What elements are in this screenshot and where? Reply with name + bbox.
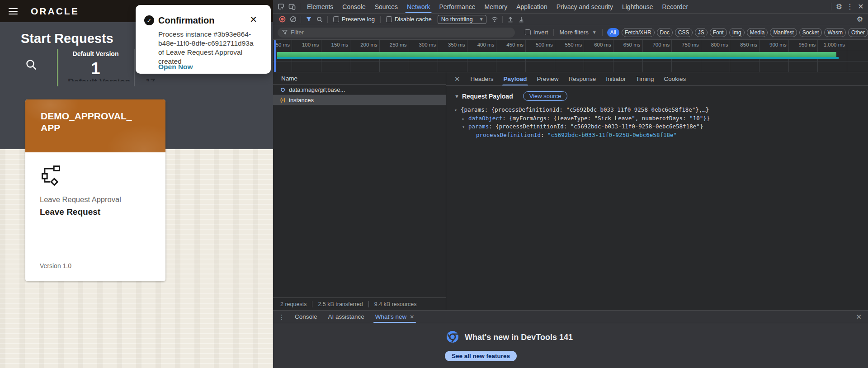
details-tab-preview[interactable]: Preview: [532, 72, 563, 85]
search-network-icon[interactable]: [314, 14, 325, 24]
request-name-cell: data:image/gif;base...: [289, 86, 345, 93]
chip-css[interactable]: CSS: [675, 28, 693, 37]
waterfall-green-bar: [277, 52, 836, 57]
tab-application[interactable]: Application: [512, 0, 552, 13]
chip-media[interactable]: Media: [747, 28, 768, 37]
throttling-value: No throttling: [441, 16, 473, 23]
devtools-close-icon[interactable]: ✕: [855, 2, 866, 12]
details-tab-payload[interactable]: Payload: [499, 72, 532, 85]
tree-caret-icon[interactable]: ▾: [462, 123, 468, 131]
invert-checkbox[interactable]: Invert: [525, 29, 548, 36]
more-filters-dropdown[interactable]: More filters ▼: [559, 29, 596, 36]
chip-all[interactable]: All: [607, 28, 619, 37]
network-overview-timeline[interactable]: 50 ms100 ms150 ms200 ms250 ms300 ms350 m…: [273, 40, 868, 72]
devtools-tab-bar: ElementsConsoleSourcesNetworkPerformance…: [273, 0, 868, 14]
chip-fetch-xhr[interactable]: Fetch/XHR: [622, 28, 655, 37]
disable-cache-label: Disable cache: [395, 16, 432, 23]
app-card-header: DEMO_APPROVAL_APP: [25, 99, 165, 152]
payload-line[interactable]: ▸dataObject: {myFormArgs: {leaveType: "S…: [454, 114, 868, 123]
drawer-tab-close-icon[interactable]: ✕: [410, 314, 414, 320]
payload-pane: ▼ Request Payload View source ▾{params: …: [446, 86, 868, 139]
details-tab-response[interactable]: Response: [563, 72, 601, 85]
search-icon[interactable]: [25, 59, 37, 71]
chip-img[interactable]: Img: [729, 28, 745, 37]
details-tab-initiator[interactable]: Initiator: [601, 72, 631, 85]
drawer-kebab-menu-icon[interactable]: ⋮: [273, 313, 289, 321]
chip-js[interactable]: JS: [695, 28, 708, 37]
inspect-element-icon[interactable]: [276, 2, 287, 12]
close-details-icon[interactable]: ✕: [446, 75, 466, 83]
divider: [602, 29, 603, 36]
device-toolbar-icon[interactable]: [287, 2, 297, 12]
kebab-menu-icon[interactable]: ⋮: [844, 2, 855, 12]
chip-other[interactable]: Other: [848, 28, 868, 37]
selection-handle[interactable]: [274, 40, 276, 72]
clear-network-log-icon[interactable]: [288, 14, 298, 24]
network-filter-bar: Filter Invert More filters ▼ AllFetch/XH…: [273, 25, 868, 40]
network-conditions-icon[interactable]: [489, 14, 500, 24]
chevron-down-icon: ▼: [479, 17, 484, 22]
status-item: 9.4 kB resources: [374, 301, 422, 307]
chip-socket[interactable]: Socket: [799, 28, 822, 37]
request-name[interactable]: Leave Request: [40, 207, 100, 217]
tab-elements[interactable]: Elements: [302, 0, 338, 13]
details-tab-timing[interactable]: Timing: [631, 72, 659, 85]
see-all-new-features-button[interactable]: See all new features: [445, 351, 517, 361]
network-settings-gear-icon[interactable]: ⚙: [854, 14, 865, 24]
tree-caret-icon[interactable]: ▸: [462, 115, 468, 123]
export-har-icon[interactable]: [516, 14, 527, 24]
drawer-tab-console[interactable]: Console: [289, 311, 323, 323]
checkbox[interactable]: [386, 16, 392, 22]
toast-message: Process instance #3b93e864-b48e-11f0-8df…: [158, 30, 257, 66]
divider: [831, 3, 831, 10]
chip-wasm[interactable]: Wasm: [824, 28, 846, 37]
tab-performance[interactable]: Performance: [434, 0, 480, 13]
json-plain: :: [541, 132, 547, 138]
chip-manifest[interactable]: Manifest: [770, 28, 797, 37]
tab-lighthouse[interactable]: Lighthouse: [618, 0, 658, 13]
hamburger-menu-icon[interactable]: [9, 8, 18, 14]
card-version: Version 1.0: [40, 262, 71, 269]
payload-line[interactable]: ▾{params: {processDefinitionId: "c5692bd…: [454, 106, 868, 114]
details-tab-cookies[interactable]: Cookies: [659, 72, 691, 85]
chip-font[interactable]: Font: [710, 28, 727, 37]
tick-label: 200 ms: [346, 42, 377, 47]
filter-input[interactable]: Filter: [278, 28, 515, 38]
filter-funnel-icon[interactable]: [303, 14, 314, 24]
record-network-log-icon[interactable]: [277, 14, 288, 24]
open-now-link[interactable]: Open Now: [158, 63, 193, 71]
tab-console[interactable]: Console: [338, 0, 370, 13]
tab-privacy-and-security[interactable]: Privacy and security: [552, 0, 618, 13]
import-har-icon[interactable]: [505, 14, 516, 24]
view-source-button[interactable]: View source: [523, 91, 568, 101]
stat-value: 1: [91, 59, 100, 78]
tab-sources[interactable]: Sources: [370, 0, 402, 13]
collapse-caret-icon[interactable]: ▼: [454, 94, 459, 99]
disable-cache-checkbox[interactable]: Disable cache: [386, 16, 432, 23]
payload-line[interactable]: ▾params: {processDefinitionId: "c5692bdc…: [454, 123, 868, 131]
checkbox[interactable]: [333, 16, 339, 22]
drawer-tab-ai-assistance[interactable]: AI assistance: [323, 311, 370, 323]
tab-recorder[interactable]: Recorder: [657, 0, 693, 13]
devtools-window: ElementsConsoleSourcesNetworkPerformance…: [273, 0, 868, 368]
request-row[interactable]: instances: [273, 95, 446, 105]
preserve-log-checkbox[interactable]: Preserve log: [333, 16, 375, 23]
tab-network[interactable]: Network: [402, 0, 434, 13]
tick-label: 950 ms: [784, 42, 816, 47]
checkbox[interactable]: [525, 29, 531, 35]
json-string: "c5692bdc-b033-11f0-9258-0ebc6e58f18e": [547, 132, 677, 138]
request-row[interactable]: data:image/gif;base...: [273, 85, 446, 95]
tree-caret-icon[interactable]: ▾: [454, 106, 461, 114]
settings-gear-icon[interactable]: ⚙: [834, 2, 844, 12]
toast-close-icon[interactable]: ✕: [250, 14, 257, 24]
drawer-tab-what-s-new[interactable]: What's new✕: [370, 311, 420, 323]
chip-doc[interactable]: Doc: [657, 28, 673, 37]
demo-approval-app-card[interactable]: DEMO_APPROVAL_APP Leave Request Approval: [25, 99, 165, 281]
payload-line[interactable]: processDefinitionId: "c5692bdc-b033-11f0…: [454, 131, 868, 140]
throttling-select[interactable]: No throttling ▼: [438, 15, 486, 24]
app-name: DEMO_APPROVAL_APP: [41, 110, 133, 134]
tab-memory[interactable]: Memory: [480, 0, 512, 13]
drawer-close-icon[interactable]: ✕: [849, 313, 868, 321]
details-tab-headers[interactable]: Headers: [466, 72, 499, 85]
name-column-header[interactable]: Name: [273, 72, 446, 85]
